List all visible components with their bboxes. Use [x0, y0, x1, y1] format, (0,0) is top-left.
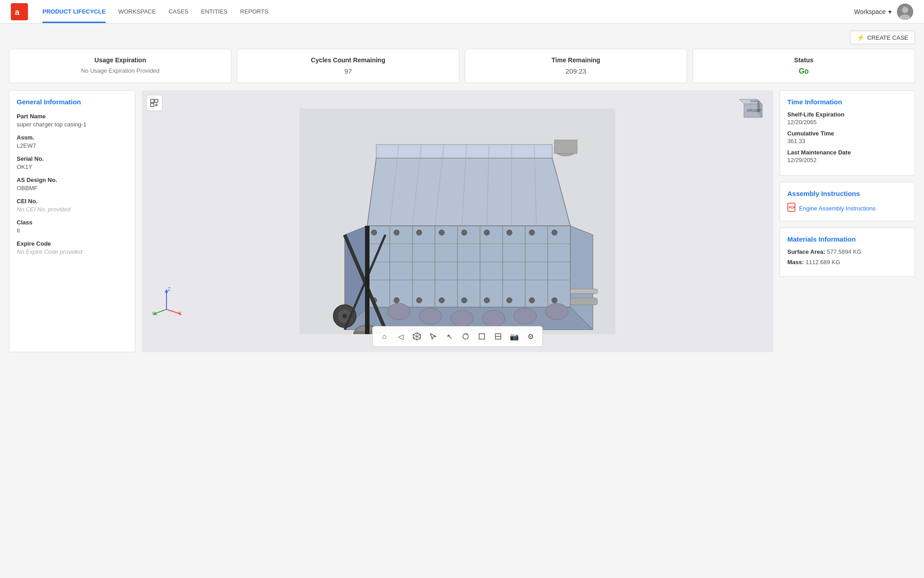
- svg-point-53: [484, 298, 490, 303]
- stat-usage-expiration-label: Usage Expiration: [18, 56, 222, 64]
- field-cei-no-label: CEI No.: [17, 198, 128, 205]
- appian-logo: a: [11, 3, 28, 20]
- field-expire-code-value: No Expire Code provided: [17, 248, 128, 255]
- 3d-viewer[interactable]: FRONT TOP RIGHT Z X: [142, 90, 773, 352]
- toolbar-home-button[interactable]: ⌂: [377, 329, 392, 344]
- field-as-design-no: AS Design No. OBBMF: [17, 177, 128, 191]
- stat-time-remaining: Time Remaining 209:23: [465, 49, 687, 83]
- field-serial-no: Serial No. OK1Y: [17, 155, 128, 170]
- workspace-button[interactable]: Workspace ▾: [854, 8, 892, 15]
- svg-point-65: [388, 303, 410, 320]
- engine-assembly-link[interactable]: PDF Engine Assembly Instructions: [787, 203, 907, 214]
- nav-product-lifecycle[interactable]: PRODUCT LIFECYCLE: [42, 0, 106, 23]
- nav-cases[interactable]: CASES: [169, 0, 189, 23]
- field-assm-label: Assm.: [17, 134, 128, 141]
- svg-rect-7: [151, 103, 154, 107]
- field-class-value: II: [17, 227, 128, 234]
- stat-status-label: Status: [702, 56, 906, 64]
- cumulative-time-row: Cumulative Time 361.33: [787, 130, 907, 144]
- field-serial-no-label: Serial No.: [17, 155, 128, 162]
- field-expire-code: Expire Code No Expire Code provided: [17, 240, 128, 255]
- time-information-card: Time Information Shelf-Life Expiration 1…: [780, 90, 915, 176]
- avatar[interactable]: [897, 4, 913, 20]
- svg-rect-5: [151, 99, 154, 103]
- field-class: Class II: [17, 219, 128, 234]
- header-right: Workspace ▾: [854, 4, 913, 20]
- svg-point-66: [419, 308, 442, 324]
- field-assm: Assm. L2EW7: [17, 134, 128, 149]
- viewer-toolbar-top: [146, 95, 162, 111]
- shelf-life-row: Shelf-Life Expiration 12/20/2065: [787, 111, 907, 126]
- nav-workspace[interactable]: WORKSPACE: [118, 0, 156, 23]
- shelf-life-label: Shelf-Life Expiration: [787, 111, 907, 118]
- pdf-icon: PDF: [787, 203, 795, 214]
- toolbar-orbit-button[interactable]: [458, 329, 473, 344]
- svg-point-54: [507, 298, 512, 303]
- stat-cycles-label: Cycles Count Remaining: [246, 56, 450, 64]
- svg-text:TOP: TOP: [750, 99, 757, 103]
- svg-rect-95: [479, 334, 485, 339]
- field-part-name-value: super charger top casing-1: [17, 121, 128, 128]
- general-info-panel: General Information Part Name super char…: [9, 90, 135, 352]
- svg-rect-71: [570, 298, 597, 305]
- svg-point-42: [439, 230, 444, 235]
- assembly-instructions-card: Assembly Instructions PDF Engine Assembl…: [780, 182, 915, 221]
- materials-info-title: Materials Information: [787, 235, 907, 243]
- surface-area-value: 577.5894 KG: [827, 248, 862, 255]
- lightning-icon: ⚡: [857, 34, 864, 41]
- surface-area-row: Surface Area: 577.5894 KG: [787, 248, 907, 255]
- svg-rect-38: [554, 140, 577, 154]
- stat-usage-expiration: Usage Expiration No Usage Expiration Pro…: [9, 49, 231, 83]
- last-maintenance-value: 12/29/2052: [787, 157, 907, 163]
- stat-cycles-value: 97: [246, 67, 450, 75]
- main-content: ⚡ CREATE CASE Usage Expiration No Usage …: [0, 23, 924, 359]
- mass-row: Mass: 1112.689 KG: [787, 259, 907, 266]
- toolbar-back-button[interactable]: ◁: [393, 329, 408, 344]
- svg-rect-6: [155, 99, 158, 103]
- toolbar-box-button[interactable]: [475, 329, 489, 344]
- svg-point-40: [394, 230, 399, 235]
- last-maintenance-label: Last Maintenance Date: [787, 149, 907, 156]
- materials-information-card: Materials Information Surface Area: 577.…: [780, 228, 915, 277]
- svg-text:Z: Z: [168, 287, 171, 292]
- toolbar-section-button[interactable]: [491, 329, 505, 344]
- toolbar-camera-button[interactable]: 📷: [507, 329, 522, 344]
- assembly-instructions-title: Assembly Instructions: [787, 190, 907, 197]
- field-class-label: Class: [17, 219, 128, 226]
- nav-entities[interactable]: ENTITIES: [201, 0, 228, 23]
- shelf-life-value: 12/20/2065: [787, 119, 907, 126]
- main-nav: PRODUCT LIFECYCLE WORKSPACE CASES ENTITI…: [42, 0, 268, 23]
- svg-text:X: X: [179, 311, 182, 316]
- svg-point-49: [394, 298, 399, 303]
- field-as-design-no-label: AS Design No.: [17, 177, 128, 183]
- stats-row: Usage Expiration No Usage Expiration Pro…: [9, 49, 915, 83]
- svg-point-68: [482, 310, 505, 326]
- field-cei-no: CEI No. No CEI No. provided: [17, 198, 128, 213]
- toolbar-settings-button[interactable]: ⚙: [523, 329, 538, 344]
- svg-point-55: [529, 298, 535, 303]
- field-expire-code-label: Expire Code: [17, 240, 128, 247]
- field-part-name: Part Name super charger top casing-1: [17, 113, 128, 128]
- svg-point-3: [902, 7, 908, 13]
- toolbar-cursor-button[interactable]: [426, 329, 440, 344]
- svg-marker-92: [430, 334, 436, 339]
- logo: a: [11, 3, 28, 20]
- svg-point-51: [439, 298, 444, 303]
- content-area: General Information Part Name super char…: [9, 90, 915, 352]
- stat-cycles-count: Cycles Count Remaining 97: [237, 49, 459, 83]
- viewer-bottom-toolbar: ⌂ ◁ ↖: [372, 326, 543, 347]
- toolbar-cube-button[interactable]: [410, 329, 424, 344]
- toolbar-select-button[interactable]: ↖: [442, 329, 457, 344]
- create-case-button[interactable]: ⚡ CREATE CASE: [850, 31, 915, 44]
- svg-point-44: [484, 230, 490, 235]
- svg-point-59: [342, 314, 347, 318]
- stat-usage-expiration-sub: No Usage Expiration Provided: [18, 67, 222, 74]
- svg-rect-72: [570, 289, 597, 294]
- cumulative-time-value: 361.33: [787, 138, 907, 144]
- field-assm-value: L2EW7: [17, 142, 128, 149]
- view-toggle-button[interactable]: [146, 95, 162, 111]
- svg-point-46: [529, 230, 535, 235]
- stat-time-label: Time Remaining: [474, 56, 678, 64]
- axis-indicator: Z X Y: [151, 284, 182, 316]
- nav-reports[interactable]: REPORTS: [240, 0, 268, 23]
